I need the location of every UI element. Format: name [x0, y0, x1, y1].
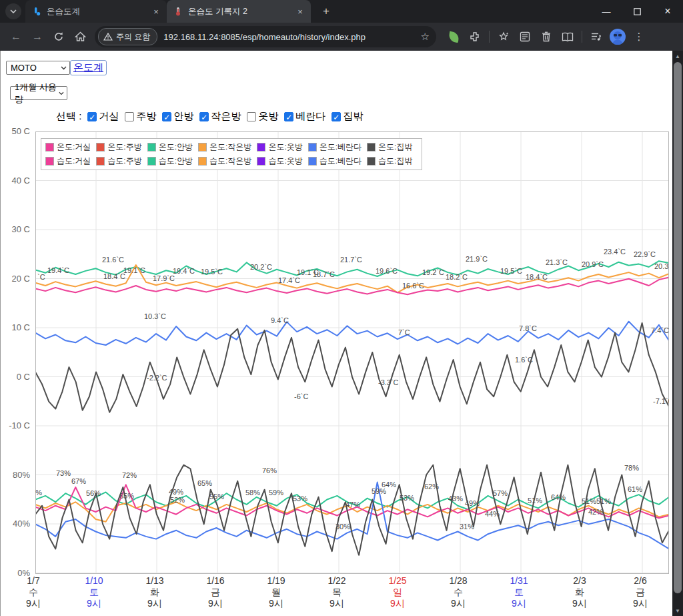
- legend-swatch: [45, 157, 54, 166]
- checkbox-안방[interactable]: ✓안방: [162, 110, 193, 123]
- tab-history[interactable]: 온습도 기록지 2 ×: [167, 0, 311, 23]
- checkbox-checked-icon[interactable]: ✓: [284, 112, 293, 121]
- legend-label: 습도:거실: [57, 156, 91, 167]
- legend-swatch: [198, 143, 207, 151]
- checkbox-집밖[interactable]: ✓집밖: [331, 110, 363, 123]
- bookmark-star-icon[interactable]: ☆: [421, 31, 430, 43]
- back-button[interactable]: ←: [5, 26, 27, 47]
- reading-list-button[interactable]: [514, 26, 536, 47]
- checkbox-거실[interactable]: ✓거실: [87, 110, 119, 123]
- page-content: MOTO 온도계 1개월 사용량 선택 : ✓거실주방✓안방✓작은방옷방✓베란다…: [0, 51, 672, 616]
- checkbox-checked-icon[interactable]: ✓: [87, 112, 97, 121]
- chart-legend: 온도:거실온도:주방온도:안방온도:작은방온도:옷방온도:베란다온도:집밖습도:…: [41, 138, 422, 170]
- series-습도:베란다: [35, 483, 669, 549]
- scroll-down-button[interactable]: ▼: [672, 605, 683, 616]
- legend-label: 습도:안방: [159, 156, 193, 167]
- legend-item[interactable]: 습도:집밖: [367, 156, 412, 167]
- checkbox-주방[interactable]: 주방: [125, 110, 156, 123]
- security-chip[interactable]: 주의 요함: [98, 28, 157, 45]
- legend-item[interactable]: 온도:안방: [147, 141, 193, 153]
- checkbox-unchecked-icon[interactable]: [247, 112, 256, 121]
- checkbox-label: 집밖: [343, 110, 363, 123]
- legend-swatch: [257, 143, 265, 151]
- tab-close-icon[interactable]: ×: [151, 6, 161, 17]
- x-axis-tick-label: 1/19월9시: [249, 575, 303, 609]
- y-axis-tick-label: 10 C: [1, 322, 30, 332]
- legend-item[interactable]: 습도:작은방: [198, 156, 251, 167]
- x-axis-tick-label: 1/22목9시: [310, 575, 364, 609]
- checkbox-checked-icon[interactable]: ✓: [199, 112, 209, 121]
- x-axis-tick-label: 2/3화9시: [553, 575, 606, 609]
- legend-item[interactable]: 습도:베란다: [308, 156, 362, 167]
- scroll-up-button[interactable]: ▲: [672, 51, 683, 61]
- x-axis-tick-label: 1/13화9시: [128, 575, 181, 609]
- tab-search-button[interactable]: [5, 3, 21, 19]
- tab-title: 온습도계: [47, 6, 151, 17]
- checkbox-label: 주방: [136, 110, 156, 123]
- favorites-star-button[interactable]: [493, 26, 514, 47]
- legend-swatch: [198, 157, 207, 166]
- range-select[interactable]: 1개월 사용량: [10, 86, 67, 100]
- legend-item[interactable]: 온도:주방: [96, 141, 141, 153]
- tab-close-icon[interactable]: ×: [295, 6, 305, 17]
- tab-thermometer[interactable]: 온습도계 ×: [25, 0, 167, 23]
- extensions-button[interactable]: [464, 26, 486, 47]
- checkbox-옷방[interactable]: 옷방: [247, 110, 278, 123]
- browser-titlebar: 온습도계 × 온습도 기록지 2 × + — ×: [0, 0, 683, 23]
- legend-item[interactable]: 습도:안방: [147, 156, 193, 167]
- checkbox-label: 작은방: [211, 110, 241, 123]
- legend-item[interactable]: 습도:옷방: [257, 156, 302, 167]
- leaf-extension-button[interactable]: [443, 26, 464, 47]
- kebab-menu-button[interactable]: ⋮: [628, 26, 650, 47]
- media-controls-button[interactable]: [586, 26, 607, 47]
- legend-label: 습도:작은방: [209, 156, 251, 167]
- checkbox-label: 안방: [173, 110, 193, 123]
- legend-swatch: [308, 143, 317, 151]
- reload-button[interactable]: [48, 26, 69, 47]
- legend-label: 온도:작은방: [209, 141, 251, 153]
- close-window-button[interactable]: ×: [652, 0, 683, 23]
- maximize-button[interactable]: [622, 0, 652, 23]
- legend-label: 온도:주방: [107, 141, 141, 153]
- device-select[interactable]: MOTO: [6, 61, 70, 75]
- checkbox-베란다[interactable]: ✓베란다: [284, 110, 325, 123]
- minimize-button[interactable]: —: [591, 0, 622, 23]
- checkbox-row-label: 선택 :: [56, 110, 81, 123]
- legend-item[interactable]: 온도:거실: [45, 141, 91, 153]
- toolbar-divider: [582, 31, 582, 43]
- new-tab-button[interactable]: +: [317, 3, 335, 20]
- reload-icon: [53, 31, 64, 42]
- legend-item[interactable]: 온도:집밖: [367, 141, 412, 153]
- book-button[interactable]: [557, 26, 578, 47]
- leaf-icon: [448, 31, 459, 42]
- checkbox-unchecked-icon[interactable]: [125, 112, 134, 121]
- legend-label: 습도:베란다: [319, 156, 362, 167]
- avatar-image: [610, 29, 626, 45]
- legend-label: 온도:옷방: [268, 141, 302, 153]
- legend-item[interactable]: 온도:작은방: [198, 141, 251, 153]
- y-axis-tick-label: 20 C: [1, 274, 30, 284]
- profile-avatar[interactable]: [607, 26, 628, 47]
- checkbox-checked-icon[interactable]: ✓: [162, 112, 171, 121]
- home-icon: [75, 31, 86, 42]
- y-axis-tick-label: 80%: [1, 470, 30, 480]
- address-bar[interactable]: 주의 요함 192.168.11.24:8085/esp/homeauto/hi…: [95, 26, 436, 47]
- checkbox-label: 거실: [99, 110, 119, 123]
- page-scrollbar[interactable]: ▲ ▼: [672, 51, 683, 616]
- home-button[interactable]: [69, 26, 91, 47]
- trash-button[interactable]: [536, 26, 557, 47]
- forward-button[interactable]: →: [27, 26, 48, 47]
- toolbar-divider: [489, 31, 490, 43]
- x-axis-tick-label: 1/16금9시: [189, 575, 242, 609]
- legend-item[interactable]: 습도:주방: [96, 156, 141, 167]
- legend-item[interactable]: 습도:거실: [45, 156, 91, 167]
- checkbox-checked-icon[interactable]: ✓: [331, 112, 341, 121]
- legend-item[interactable]: 온도:베란다: [308, 141, 362, 153]
- legend-item[interactable]: 온도:옷방: [257, 141, 302, 153]
- security-chip-label: 주의 요함: [116, 31, 150, 43]
- checkbox-작은방[interactable]: ✓작은방: [199, 110, 241, 123]
- legend-label: 온도:안방: [159, 141, 193, 153]
- thermometer-link[interactable]: 온도계: [70, 60, 107, 75]
- scrollbar-thumb[interactable]: [674, 62, 682, 593]
- series-습도:집밖: [35, 465, 669, 555]
